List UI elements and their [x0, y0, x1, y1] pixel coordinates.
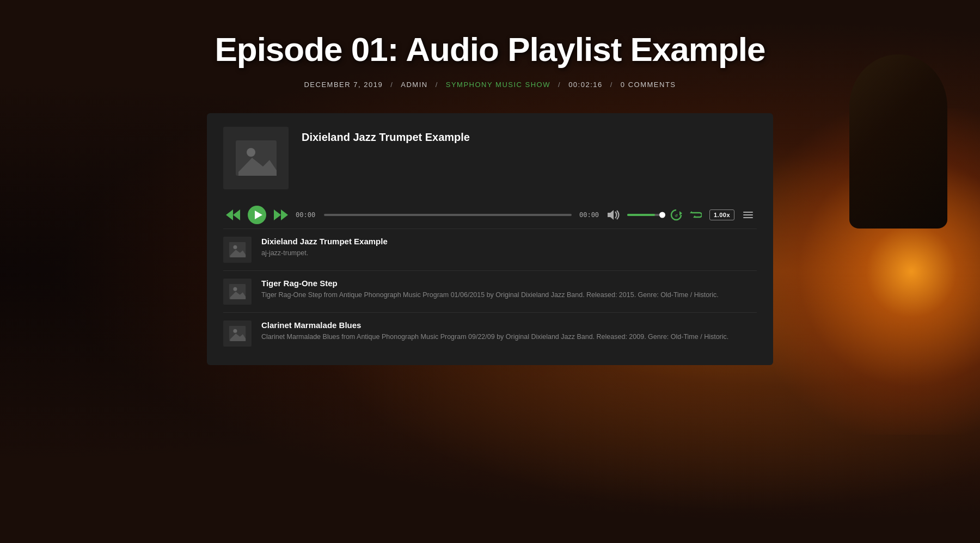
playlist-item[interactable]: Dixieland Jazz Trumpet Example aj-jazz-t… [223, 229, 757, 270]
svg-marker-9 [608, 210, 614, 220]
page-content: Episode 01: Audio Playlist Example DECEM… [0, 0, 980, 365]
volume-control[interactable] [627, 214, 663, 216]
meta-duration: 00:02:16 [568, 81, 603, 89]
playlist-thumb-2 [223, 279, 252, 305]
playlist-item[interactable]: Clarinet Marmalade Blues Clarinet Marmal… [223, 312, 757, 354]
menu-button[interactable] [742, 211, 754, 219]
meta-sep-2: / [436, 81, 438, 89]
meta-comments: 0 COMMENTS [621, 81, 676, 89]
volume-icon [608, 210, 620, 220]
svg-text:↺: ↺ [675, 214, 678, 218]
meta-sep-4: / [610, 81, 613, 89]
playlist-thumb-icon-1 [229, 242, 246, 257]
menu-line-1 [743, 212, 753, 213]
svg-marker-7 [274, 209, 281, 220]
playlist-thumb-icon-3 [229, 326, 246, 341]
meta-date: DECEMBER 7, 2019 [304, 81, 383, 89]
meta-sep-3: / [558, 81, 561, 89]
playlist-track-name-3: Clarinet Marmalade Blues [261, 320, 757, 330]
progress-bar[interactable] [324, 214, 572, 216]
menu-line-2 [743, 214, 753, 215]
svg-point-18 [233, 287, 237, 291]
svg-marker-4 [226, 209, 233, 220]
audio-player: Dixieland Jazz Trumpet Example [207, 113, 773, 365]
album-art-large [223, 127, 289, 189]
fast-forward-icon [274, 209, 288, 220]
playlist-thumb-3 [223, 320, 252, 347]
playlist-track-name-2: Tiger Rag-One Step [261, 279, 757, 288]
meta-bar: DECEMBER 7, 2019 / ADMIN / SYMPHONY MUSI… [304, 81, 676, 89]
svg-marker-8 [281, 209, 288, 220]
volume-bar[interactable] [627, 214, 663, 216]
play-icon [248, 206, 266, 224]
replay-button[interactable]: ↺ [670, 209, 682, 221]
playlist-thumb-1 [223, 237, 252, 263]
playlist-track-desc-1: aj-jazz-trumpet. [261, 248, 757, 258]
meta-sep-1: / [390, 81, 393, 89]
volume-button[interactable] [608, 210, 620, 220]
volume-fill [627, 214, 655, 216]
menu-line-3 [743, 217, 753, 218]
playlist-track-desc-2: Tiger Rag-One Step from Antique Phonogra… [261, 290, 757, 300]
loop-button[interactable] [690, 209, 702, 221]
fast-forward-button[interactable] [274, 209, 288, 220]
volume-knob [659, 212, 665, 218]
rewind-button[interactable] [226, 209, 240, 220]
speed-button[interactable]: 1.00x [709, 209, 734, 220]
loop-icon [690, 209, 702, 221]
svg-point-21 [233, 329, 237, 333]
meta-show: SYMPHONY MUSIC SHOW [446, 81, 550, 89]
playlist-track-desc-3: Clarinet Marmalade Blues from Antique Ph… [261, 332, 757, 342]
playlist-thumb-icon-2 [229, 284, 246, 299]
current-track-title: Dixieland Jazz Trumpet Example [302, 127, 470, 144]
album-art-icon [236, 140, 277, 176]
meta-author: ADMIN [401, 81, 427, 89]
playlist-info-3: Clarinet Marmalade Blues Clarinet Marmal… [261, 320, 757, 342]
time-elapsed: 00:00 [296, 211, 316, 219]
svg-point-15 [233, 245, 237, 249]
playlist-info-1: Dixieland Jazz Trumpet Example aj-jazz-t… [261, 237, 757, 258]
playlist: Dixieland Jazz Trumpet Example aj-jazz-t… [223, 229, 757, 354]
playlist-track-name-1: Dixieland Jazz Trumpet Example [261, 237, 757, 246]
time-total: 00:00 [579, 211, 600, 219]
now-playing-section: Dixieland Jazz Trumpet Example [223, 127, 757, 189]
play-button[interactable] [248, 206, 266, 224]
svg-marker-3 [233, 209, 240, 220]
replay-icon: ↺ [670, 209, 682, 221]
playlist-item[interactable]: Tiger Rag-One Step Tiger Rag-One Step fr… [223, 270, 757, 312]
svg-point-1 [247, 148, 255, 157]
page-title: Episode 01: Audio Playlist Example [215, 30, 765, 69]
playlist-info-2: Tiger Rag-One Step Tiger Rag-One Step fr… [261, 279, 757, 300]
controls-row: 00:00 00:00 [223, 206, 757, 224]
svg-marker-10 [679, 211, 682, 215]
rewind-icon [226, 209, 240, 220]
